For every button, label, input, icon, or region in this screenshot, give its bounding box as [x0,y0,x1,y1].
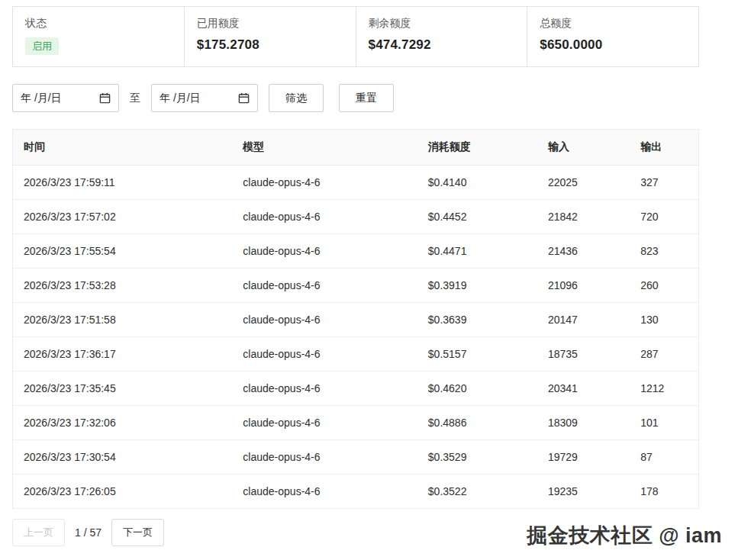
table-cell: $0.3529 [417,440,537,475]
table-cell: claude-opus-4-6 [232,269,417,303]
table-row: 2026/3/23 17:59:11claude-opus-4-6$0.4140… [13,166,698,200]
table-cell: 21842 [537,200,630,234]
table-cell: claude-opus-4-6 [232,303,417,337]
date-end-placeholder: 年 /月/日 [160,92,201,105]
table-cell: claude-opus-4-6 [232,440,417,475]
table-row: 2026/3/23 17:30:54claude-opus-4-6$0.3529… [13,440,698,475]
reset-button[interactable]: 重置 [339,84,394,112]
stat-value-remaining-quota: $474.7292 [369,37,515,53]
table-cell: 19729 [537,440,630,475]
col-header-output: 输出 [630,130,698,166]
table-cell: 2026/3/23 17:26:05 [13,475,232,509]
table-cell: 2026/3/23 17:51:58 [13,303,232,337]
table-cell: 2026/3/23 17:55:54 [13,234,232,269]
page-info: 1 / 57 [75,526,102,539]
table-cell: 101 [630,406,698,440]
table-cell: claude-opus-4-6 [232,475,417,509]
table-cell: 1212 [630,372,698,406]
table-cell: 2026/3/23 17:53:28 [13,269,232,303]
table-cell: 178 [630,475,698,509]
table-row: 2026/3/23 17:57:02claude-opus-4-6$0.4452… [13,200,698,234]
table-cell: claude-opus-4-6 [232,166,417,200]
table-row: 2026/3/23 17:53:28claude-opus-4-6$0.3919… [13,269,698,303]
table-cell: 823 [630,234,698,269]
table-row: 2026/3/23 17:55:54claude-opus-4-6$0.4471… [13,234,698,269]
status-badge: 启用 [25,37,59,55]
table-cell: 18309 [537,406,630,440]
stat-label-status: 状态 [25,17,172,31]
table-cell: 21436 [537,234,630,269]
usage-table-body: 2026/3/23 17:59:11claude-opus-4-6$0.4140… [13,166,698,509]
table-row: 2026/3/23 17:35:45claude-opus-4-6$0.4620… [13,372,698,406]
table-cell: claude-opus-4-6 [232,200,417,234]
filter-button[interactable]: 筛选 [269,84,324,112]
table-cell: $0.3522 [417,475,537,509]
table-cell: 287 [630,337,698,372]
stat-card-status: 状态 启用 [12,6,185,67]
stat-card-used-quota: 已用额度 $175.2708 [185,6,356,67]
next-page-button[interactable]: 下一页 [111,519,164,546]
stats-row: 状态 启用 已用额度 $175.2708 剩余额度 $474.7292 总额度 … [12,6,699,67]
table-cell: $0.3639 [417,303,537,337]
stat-label-remaining-quota: 剩余额度 [369,17,515,31]
pagination: 上一页 1 / 57 下一页 [12,519,739,546]
table-cell: $0.3919 [417,269,537,303]
usage-page: 状态 启用 已用额度 $175.2708 剩余额度 $474.7292 总额度 … [0,0,751,546]
table-cell: 18735 [537,337,630,372]
filter-row: 年 /月/日 至 年 /月/日 筛选 [12,84,739,112]
table-cell: $0.5157 [417,337,537,372]
table-cell: 87 [630,440,698,475]
table-cell: 2026/3/23 17:36:17 [13,337,232,372]
stat-value-used-quota: $175.2708 [197,37,343,53]
table-cell: $0.4471 [417,234,537,269]
table-cell: claude-opus-4-6 [232,406,417,440]
table-cell: $0.4452 [417,200,537,234]
calendar-icon[interactable] [238,92,250,104]
date-input-end[interactable]: 年 /月/日 [151,84,258,112]
stat-value-total-quota: $650.0000 [540,37,686,53]
to-label: 至 [130,92,140,105]
calendar-icon[interactable] [99,92,111,104]
usage-table: 时间 模型 消耗额度 输入 输出 2026/3/23 17:59:11claud… [12,129,699,509]
table-cell: 20147 [537,303,630,337]
date-input-start[interactable]: 年 /月/日 [12,84,119,112]
stat-label-used-quota: 已用额度 [197,17,343,31]
table-cell: 2026/3/23 17:32:06 [13,406,232,440]
table-cell: 20341 [537,372,630,406]
table-row: 2026/3/23 17:32:06claude-opus-4-6$0.4886… [13,406,698,440]
table-cell: $0.4886 [417,406,537,440]
col-header-consumed-quota: 消耗额度 [417,130,537,166]
table-row: 2026/3/23 17:51:58claude-opus-4-6$0.3639… [13,303,698,337]
stat-label-total-quota: 总额度 [540,17,686,31]
table-cell: claude-opus-4-6 [232,234,417,269]
table-cell: 2026/3/23 17:30:54 [13,440,232,475]
table-cell: 22025 [537,166,630,200]
table-cell: 21096 [537,269,630,303]
table-cell: 327 [630,166,698,200]
stat-card-remaining-quota: 剩余额度 $474.7292 [356,6,528,67]
table-row: 2026/3/23 17:26:05claude-opus-4-6$0.3522… [13,475,698,509]
stat-card-total-quota: 总额度 $650.0000 [527,6,699,67]
table-cell: claude-opus-4-6 [232,337,417,372]
table-cell: 130 [630,303,698,337]
table-cell: 2026/3/23 17:35:45 [13,372,232,406]
table-cell: $0.4140 [417,166,537,200]
table-cell: $0.4620 [417,372,537,406]
prev-page-button[interactable]: 上一页 [12,519,65,546]
table-cell: 2026/3/23 17:59:11 [13,166,232,200]
date-start-placeholder: 年 /月/日 [21,92,62,105]
col-header-input: 输入 [537,130,630,166]
table-header-row: 时间 模型 消耗额度 输入 输出 [13,130,698,166]
table-row: 2026/3/23 17:36:17claude-opus-4-6$0.5157… [13,337,698,372]
table-cell: 260 [630,269,698,303]
col-header-model: 模型 [232,130,417,166]
table-cell: 720 [630,200,698,234]
table-cell: claude-opus-4-6 [232,372,417,406]
table-cell: 19235 [537,475,630,509]
col-header-time: 时间 [13,130,232,166]
table-cell: 2026/3/23 17:57:02 [13,200,232,234]
